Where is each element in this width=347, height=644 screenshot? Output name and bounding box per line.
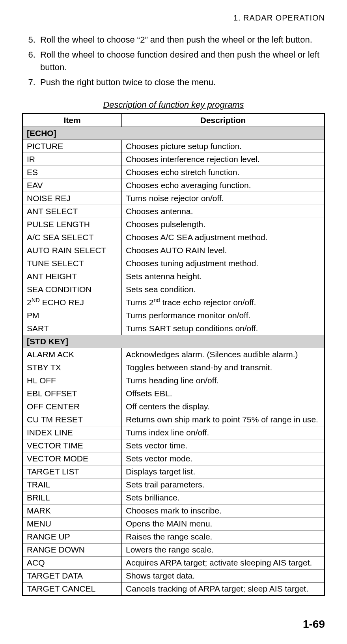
table-header-row: Item Description [22,114,325,127]
cell-item: HL OFF [22,374,122,387]
table-row: HL OFFTurns heading line on/off. [22,374,325,387]
page-number: 1-69 [303,618,325,631]
cell-item: EBL OFFSET [22,387,122,400]
table-row: VECTOR MODESets vector mode. [22,452,325,465]
cell-item: 2ND ECHO REJ [22,296,122,309]
cell-description: Cancels tracking of ARPA target; sleep A… [122,582,325,595]
table-row: AUTO RAIN SELECTChooses AUTO RAIN level. [22,244,325,257]
cell-item: EAV [22,179,122,192]
table-row: ANT HEIGHTSets antenna height. [22,270,325,283]
table-row: RANGE DOWNLowers the range scale. [22,543,325,556]
cell-description: Sets sea condition. [122,283,325,296]
cell-item: ANT SELECT [22,205,122,218]
cell-item: ANT HEIGHT [22,270,122,283]
cell-item: INDEX LINE [22,426,122,439]
cell-description: Chooses echo stretch function. [122,166,325,179]
cell-description: Chooses AUTO RAIN level. [122,244,325,257]
cell-description: Turns 2nd trace echo rejector on/off. [122,296,325,309]
table-row: A/C SEA SELECTChooses A/C SEA adjustment… [22,231,325,244]
cell-item: TARGET DATA [22,569,122,582]
cell-description: Chooses tuning adjustment method. [122,257,325,270]
cell-item: NOISE REJ [22,192,122,205]
cell-item: MENU [22,517,122,530]
cell-item: VECTOR TIME [22,439,122,452]
cell-item: VECTOR MODE [22,452,122,465]
step-list: Roll the wheel to choose “2” and then pu… [22,34,325,89]
cell-item: CU TM RESET [22,413,122,426]
page: 1. RADAR OPERATION Roll the wheel to cho… [0,0,347,644]
cell-item: RANGE UP [22,530,122,543]
cell-description: Sets vector time. [122,439,325,452]
cell-item: STBY TX [22,361,122,374]
cell-item: SEA CONDITION [22,283,122,296]
table-row: SARTTurns SART setup conditions on/off. [22,322,325,335]
category-row: [ECHO] [22,127,325,140]
cell-description: Sets brilliance. [122,491,325,504]
cell-description: Chooses antenna. [122,205,325,218]
cell-item: PM [22,309,122,322]
cell-item: IR [22,153,122,166]
step-item: Roll the wheel to choose function desire… [38,49,325,74]
cell-description: Acquires ARPA target; activate sleeping … [122,556,325,569]
cell-description: Off centers the display. [122,400,325,413]
step-item: Push the right button twice to close the… [38,76,325,89]
cell-description: Returns own ship mark to point 75% of ra… [122,413,325,426]
cell-description: Sets antenna height. [122,270,325,283]
cell-description: Toggles between stand-by and transmit. [122,361,325,374]
function-key-table: Item Description [ECHO]PICTUREChooses pi… [22,113,325,596]
table-row: NOISE REJTurns noise rejector on/off. [22,192,325,205]
col-header-description: Description [122,114,325,127]
cell-description: Turns SART setup conditions on/off. [122,322,325,335]
table-row: INDEX LINETurns index line on/off. [22,426,325,439]
cell-item: A/C SEA SELECT [22,231,122,244]
running-head: 1. RADAR OPERATION [22,13,325,22]
cell-item: PICTURE [22,140,122,153]
table-row: EBL OFFSETOffsets EBL. [22,387,325,400]
cell-description: Turns heading line on/off. [122,374,325,387]
table-body: [ECHO]PICTUREChooses picture setup funct… [22,127,325,595]
table-row: MARKChooses mark to inscribe. [22,504,325,517]
cell-description: Chooses pulselength. [122,218,325,231]
table-row: TRAILSets trail parameters. [22,478,325,491]
table-row: STBY TXToggles between stand-by and tran… [22,361,325,374]
table-row: PICTUREChooses picture setup function. [22,140,325,153]
cell-description: Offsets EBL. [122,387,325,400]
table-row: EAVChooses echo averaging function. [22,179,325,192]
cell-description: Acknowledges alarm. (Silences audible al… [122,348,325,361]
cell-description: Shows target data. [122,569,325,582]
table-row: ALARM ACKAcknowledges alarm. (Silences a… [22,348,325,361]
cell-description: Lowers the range scale. [122,543,325,556]
table-caption: Description of function key programs [22,100,325,110]
table-row: CU TM RESETReturns own ship mark to poin… [22,413,325,426]
table-row: PMTurns performance monitor on/off. [22,309,325,322]
table-row: IRChooses interference rejection level. [22,153,325,166]
table-row: TARGET DATAShows target data. [22,569,325,582]
cell-description: Sets trail parameters. [122,478,325,491]
cell-item: TUNE SELECT [22,257,122,270]
cell-description: Chooses echo averaging function. [122,179,325,192]
cell-item: TRAIL [22,478,122,491]
cell-item: TARGET LIST [22,465,122,478]
cell-description: Turns noise rejector on/off. [122,192,325,205]
cell-item: ACQ [22,556,122,569]
table-row: ESChooses echo stretch function. [22,166,325,179]
table-row: BRILLSets brilliance. [22,491,325,504]
cell-description: Opens the MAIN menu. [122,517,325,530]
cell-item: OFF CENTER [22,400,122,413]
col-header-item: Item [22,114,122,127]
cell-item: ES [22,166,122,179]
cell-description: Chooses A/C SEA adjustment method. [122,231,325,244]
cell-description: Displays target list. [122,465,325,478]
cell-description: Chooses interference rejection level. [122,153,325,166]
cell-item: PULSE LENGTH [22,218,122,231]
cell-item: RANGE DOWN [22,543,122,556]
cell-item: SART [22,322,122,335]
cell-item: ALARM ACK [22,348,122,361]
cell-item: TARGET CANCEL [22,582,122,595]
step-item: Roll the wheel to choose “2” and then pu… [38,34,325,46]
table-row: ACQAcquires ARPA target; activate sleepi… [22,556,325,569]
table-row: PULSE LENGTHChooses pulselength. [22,218,325,231]
cell-description: Chooses mark to inscribe. [122,504,325,517]
cell-description: Chooses picture setup function. [122,140,325,153]
table-row: RANGE UPRaises the range scale. [22,530,325,543]
